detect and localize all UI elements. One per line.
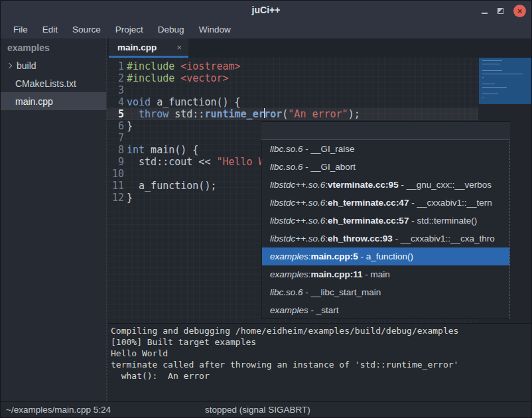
- minimap-code-line: [482, 64, 500, 64]
- terminal-line: what(): An error: [111, 370, 531, 382]
- line-content: int main() {: [127, 144, 198, 156]
- line-number: 4: [107, 96, 124, 108]
- code-line-1[interactable]: 1#include <iostream>: [107, 60, 478, 72]
- minimap-code-line: [482, 70, 502, 71]
- backtrace-file-line: main.cpp:5: [311, 251, 358, 261]
- sidebar-item-cmakelists-txt[interactable]: CMakeLists.txt: [1, 74, 106, 92]
- terminal-line: Compiling and debugging /home/eidheim/ex…: [111, 325, 531, 336]
- backtrace-symbol: - __libc_start_main: [303, 287, 381, 297]
- code-token: throw: [139, 108, 168, 120]
- minimize-button[interactable]: [482, 5, 488, 17]
- terminal-line: [100%] Built target examples: [111, 336, 531, 348]
- backtrace-item-4[interactable]: libstdc++.so.6:eh_terminate.cc:57 - std:…: [262, 212, 509, 230]
- backtrace-item-8[interactable]: libc.so.6 - __libc_start_main: [262, 283, 509, 301]
- code-token: ror: [264, 108, 282, 120]
- terminal-line: Hello World: [111, 348, 531, 359]
- close-button[interactable]: ×: [513, 5, 526, 17]
- minimap-code-line: [482, 84, 495, 84]
- menu-item-edit[interactable]: Edit: [35, 22, 65, 37]
- window-controls: ×: [482, 1, 526, 21]
- backtrace-symbol: - std::terminate(): [409, 216, 477, 226]
- code-line-5[interactable]: 5 throw std::runtime_error("An error");: [107, 108, 478, 120]
- menu-item-file[interactable]: File: [6, 22, 35, 37]
- backtrace-symbol: - __cxxabiv1::__tern: [409, 198, 492, 208]
- line-number: 3: [107, 84, 124, 96]
- tab-close-icon[interactable]: ×: [176, 42, 182, 52]
- line-content: #include <vector>: [127, 72, 229, 84]
- code-token: main() {: [145, 144, 198, 156]
- line-content: void a_function() {: [127, 96, 241, 108]
- code-token: int: [127, 144, 145, 156]
- minimap-code-line: [482, 97, 484, 98]
- menu-item-project[interactable]: Project: [108, 22, 151, 37]
- backtrace-symbol: - __cxxabiv1::__cxa_thro: [393, 234, 495, 244]
- tab-label: main.cpp: [117, 42, 157, 52]
- tab-main-cpp[interactable]: main.cpp ×: [109, 38, 188, 58]
- code-token: void: [127, 96, 151, 108]
- line-content: a_function();: [127, 180, 216, 192]
- code-line-2[interactable]: 2#include <vector>: [107, 72, 478, 84]
- backtrace-symbol: - _start: [308, 305, 339, 315]
- backtrace-symbol: - a_function(): [358, 251, 413, 261]
- menubar: FileEditSourceProjectDebugWindow: [1, 21, 531, 38]
- code-token: #include: [127, 60, 180, 72]
- backtrace-symbol: - __GI_raise: [303, 144, 355, 154]
- sidebar-item-build[interactable]: build: [1, 56, 106, 74]
- backtrace-library: libstdc++.so.6: [270, 216, 325, 226]
- code-line-4[interactable]: 4void a_function() {: [107, 96, 478, 108]
- code-token: #include: [127, 72, 180, 84]
- menu-item-source[interactable]: Source: [65, 22, 108, 37]
- minimap-code-line: [482, 77, 484, 78]
- line-content: throw std::runtime_error("An error");: [127, 108, 360, 120]
- menu-item-debug[interactable]: Debug: [151, 22, 192, 37]
- line-number: 6: [107, 120, 124, 132]
- chevron-right-icon[interactable]: [7, 62, 12, 68]
- code-token: runtime_er: [204, 108, 264, 120]
- file-tree: buildCMakeLists.txtmain.cpp: [1, 56, 106, 110]
- backtrace-item-6[interactable]: examples:main.cpp:5 - a_function(): [262, 247, 509, 265]
- line-number: 5: [107, 108, 124, 120]
- source-editor[interactable]: 1#include <iostream>2#include <vector>34…: [107, 58, 532, 323]
- backtrace-item-3[interactable]: libstdc++.so.6:eh_terminate.cc:47 - __cx…: [262, 194, 509, 212]
- line-number: 9: [107, 156, 124, 168]
- backtrace-library: libstdc++.so.6: [270, 234, 325, 244]
- code-token: <vector>: [180, 72, 228, 84]
- minimap-code-line: [482, 60, 502, 61]
- backtrace-item-0[interactable]: libc.so.6 - __GI_raise: [262, 140, 509, 158]
- titlebar[interactable]: juCi++ ×: [1, 1, 531, 21]
- backtrace-item-9[interactable]: examples - _start: [262, 301, 509, 319]
- backtrace-library: libc.so.6: [270, 162, 303, 172]
- output-terminal[interactable]: Compiling and debugging /home/eidheim/ex…: [107, 323, 531, 401]
- menu-item-window[interactable]: Window: [192, 22, 238, 37]
- minimap-code-line: [482, 87, 507, 88]
- backtrace-file-line: eh_terminate.cc:57: [328, 216, 409, 226]
- sidebar-item-label: main.cpp: [15, 96, 53, 107]
- backtrace-item-5[interactable]: libstdc++.so.6:eh_throw.cc:93 - __cxxabi…: [262, 230, 509, 247]
- backtrace-library: examples: [270, 305, 308, 315]
- status-file-location: ~/examples/main.cpp 5:24: [6, 405, 111, 415]
- sidebar-item-main-cpp[interactable]: main.cpp: [1, 92, 106, 110]
- backtrace-item-7[interactable]: examples:main.cpp:11 - main: [262, 265, 509, 283]
- backtrace-search-input[interactable]: [261, 121, 510, 140]
- minimap-slider[interactable]: [479, 58, 532, 104]
- sidebar-item-label: CMakeLists.txt: [15, 78, 76, 89]
- code-token: std::: [168, 108, 204, 120]
- backtrace-library: examples: [270, 251, 308, 261]
- line-number: 1: [107, 60, 124, 72]
- close-icon: ×: [517, 7, 523, 15]
- line-number: 2: [107, 72, 124, 84]
- code-token: }: [127, 192, 133, 204]
- restore-button[interactable]: [498, 5, 503, 17]
- minimap-code-line: [482, 94, 498, 94]
- code-line-3[interactable]: 3: [107, 84, 478, 96]
- backtrace-library: examples: [270, 269, 308, 279]
- status-file-path: ~/examples/main.cpp: [6, 405, 91, 415]
- backtrace-item-1[interactable]: libc.so.6 - __GI_abort: [262, 158, 509, 176]
- backtrace-item-2[interactable]: libstdc++.so.6:vterminate.cc:95 - __gnu_…: [262, 176, 509, 194]
- backtrace-file-line: eh_terminate.cc:47: [328, 198, 409, 208]
- app-window: juCi++ × FileEditSourceProjectDebugWindo…: [0, 0, 532, 418]
- line-number: 8: [107, 144, 124, 156]
- line-number: 10: [107, 168, 124, 180]
- backtrace-file-line: eh_throw.cc:93: [328, 234, 393, 244]
- backtrace-file-line: vterminate.cc:95: [328, 180, 399, 190]
